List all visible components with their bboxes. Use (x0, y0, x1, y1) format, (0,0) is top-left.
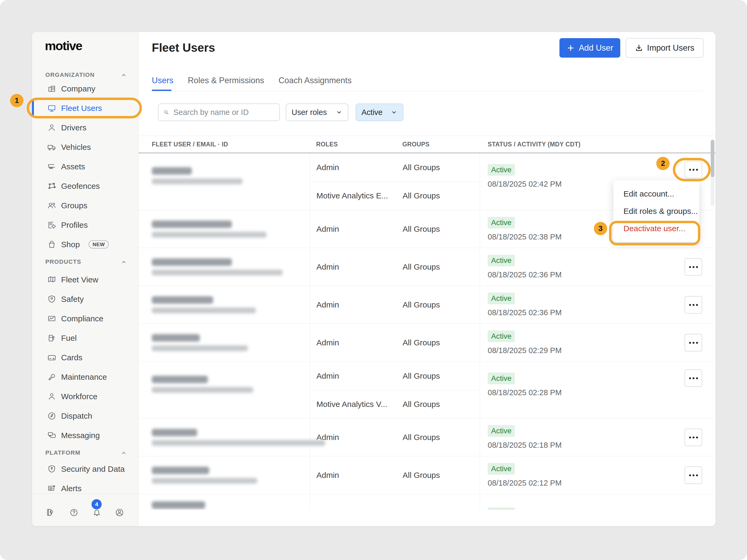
status-cell: Active 08/18/2025 02:42 PM (480, 153, 629, 210)
activity-timestamp: 08/18/2025 02:28 PM (488, 388, 562, 397)
chevron-down-icon (391, 109, 397, 116)
row-actions-kebab-button[interactable] (685, 334, 702, 351)
sidebar: motive ORGANIZATION Company Fleet Users … (32, 32, 138, 526)
row-actions-kebab-button[interactable] (685, 258, 702, 276)
row-actions-kebab-button[interactable] (685, 466, 702, 484)
sidebar-item-compliance[interactable]: Compliance (32, 309, 138, 328)
activity-timestamp: 08/18/2025 02:42 PM (488, 180, 562, 189)
col-groups: GROUPS (396, 141, 480, 148)
sidebar-item-label: Groups (61, 201, 87, 210)
group-value: All Groups (396, 338, 440, 347)
sidebar-item-label: Assets (61, 162, 85, 171)
row-actions-kebab-button[interactable] (685, 429, 702, 446)
row-actions-kebab-button[interactable] (685, 296, 702, 314)
sidebar-item-vehicles[interactable]: Vehicles (32, 137, 138, 157)
sidebar-item-shop[interactable]: Shop NEW (32, 235, 138, 254)
compass-icon (47, 411, 56, 421)
user-roles-dropdown[interactable]: User roles (286, 104, 349, 121)
fleet-user-cell (138, 324, 310, 362)
sidebar-item-label: Vehicles (61, 143, 91, 152)
group-value: All Groups (396, 471, 440, 480)
row-actions-kebab-button[interactable] (685, 369, 702, 387)
monitor-icon (47, 104, 56, 113)
blurred-user-name (152, 220, 232, 228)
role-value: Admin (310, 224, 396, 234)
chevron-up-icon[interactable] (121, 259, 127, 267)
import-icon (635, 44, 643, 52)
blurred-user-name (152, 167, 192, 175)
tab-users[interactable]: Users (152, 75, 174, 86)
sidebar-item-assets[interactable]: Assets (32, 157, 138, 176)
tab-divider (152, 91, 703, 91)
map-icon (47, 275, 56, 285)
search-box (158, 104, 280, 121)
scrollbar-thumb[interactable] (711, 140, 715, 177)
sidebar-item-label: Security and Data (61, 464, 125, 474)
sidebar-item-label: Safety (61, 295, 84, 304)
col-fleet-user: FLEET USER / EMAIL · ID (138, 141, 310, 148)
status-filter-active[interactable]: Active (356, 104, 403, 121)
sidebar-item-fleet-view[interactable]: Fleet View (32, 270, 138, 289)
document-alert-icon (47, 484, 56, 494)
import-users-button[interactable]: Import Users (626, 38, 703, 58)
status-cell: Active 08/18/2025 02:36 PM (480, 286, 629, 323)
fleet-user-cell (138, 248, 310, 286)
tab-coach-assignments[interactable]: Coach Assignments (279, 75, 352, 86)
chevron-up-icon[interactable] (121, 450, 127, 458)
geofence-icon (47, 181, 56, 191)
main-content: Fleet Users Add User Import Users Users … (138, 32, 716, 526)
account-icon[interactable] (115, 508, 124, 517)
motive-logo: motive (45, 39, 138, 52)
sidebar-item-security-and-data[interactable]: Security and Data (32, 459, 138, 479)
sidebar-item-workforce[interactable]: Workforce (32, 387, 138, 406)
blurred-user-email (152, 478, 257, 484)
notification-count-badge: 4 (92, 499, 102, 509)
sidebar-item-fuel[interactable]: Fuel (32, 328, 138, 348)
tab-roles-permissions[interactable]: Roles & Permissions (188, 75, 264, 86)
table-row: AdminAll Groups Active 08/18/2025 02:12 … (138, 456, 716, 495)
section-label: PLATFORM (45, 449, 81, 456)
actions-cell (629, 248, 716, 286)
add-user-button[interactable]: Add User (560, 38, 620, 58)
sidebar-item-fleet-users[interactable]: Fleet Users (32, 99, 138, 118)
table-row: AdminAll Groups Motive Analytics V...All… (138, 362, 716, 419)
role-value: Motive Analytics E... (310, 191, 396, 200)
sidebar-section-organization: ORGANIZATION (32, 71, 138, 79)
search-input[interactable] (173, 108, 275, 117)
blurred-user-email (152, 179, 242, 184)
blurred-user-email (152, 345, 248, 351)
table-row: AdminAll Groups Active 08/18/2025 02:36 … (138, 248, 716, 286)
sidebar-item-maintenance[interactable]: Maintenance (32, 367, 138, 387)
menu-item-edit-account[interactable]: Edit account... (613, 185, 699, 203)
table-row: AdminAll Groups Active 08/18/2025 02:36 … (138, 286, 716, 324)
activity-timestamp: 08/18/2025 02:29 PM (488, 346, 562, 355)
group-value: All Groups (396, 191, 440, 200)
sidebar-item-profiles[interactable]: Profiles (32, 215, 138, 235)
menu-item-edit-roles-groups[interactable]: Edit roles & groups... (613, 203, 699, 220)
sidebar-item-label: Alerts (61, 484, 82, 493)
col-roles: ROLES (310, 141, 396, 148)
logbook-pin-icon[interactable] (45, 508, 55, 517)
blurred-user-name (152, 334, 200, 342)
role-value: Admin (310, 300, 396, 309)
role-value: Admin (310, 163, 396, 172)
status-badge: Active (488, 507, 515, 510)
group-value: All Groups (396, 262, 440, 271)
sidebar-item-messaging[interactable]: Messaging (32, 426, 138, 445)
sidebar-item-groups[interactable]: Groups (32, 196, 138, 215)
sidebar-item-cards[interactable]: Cards (32, 348, 138, 367)
sidebar-item-company[interactable]: Company (32, 79, 138, 99)
annotation-badge-1: 1 (10, 94, 24, 107)
sidebar-item-dispatch[interactable]: Dispatch (32, 406, 138, 426)
status-cell: Active 08/18/2025 02:36 PM (480, 248, 629, 286)
sidebar-item-drivers[interactable]: Drivers (32, 118, 138, 137)
sidebar-item-geofences[interactable]: Geofences (32, 176, 138, 196)
row-actions-kebab-button[interactable] (685, 161, 702, 179)
help-icon[interactable] (69, 508, 79, 517)
people-icon (47, 201, 56, 210)
sidebar-item-safety[interactable]: Safety (32, 289, 138, 309)
building-icon (47, 84, 56, 94)
table-row: AdminAll Groups Active (138, 495, 716, 510)
actions-cell (629, 324, 716, 362)
menu-item-deactivate-user[interactable]: Deactivate user... (613, 220, 699, 237)
